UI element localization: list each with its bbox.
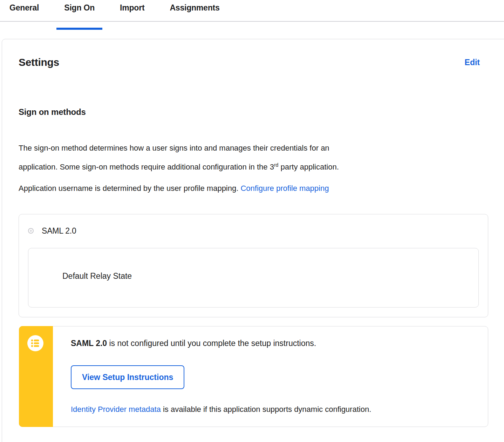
bulleted-list-icon xyxy=(27,335,43,351)
saml-radio-button[interactable] xyxy=(29,229,33,233)
saml-radio-row: SAML 2.0 xyxy=(28,226,479,236)
settings-card: Settings Edit Sign on methods The sign-o… xyxy=(2,39,504,442)
description-line-2: application. Some sign-on methods requir… xyxy=(19,157,488,175)
ordinal-superscript: rd xyxy=(274,162,278,168)
saml-warning-callout: SAML 2.0 is not configured until you com… xyxy=(19,326,488,427)
tab-bar: General Sign On Import Assignments xyxy=(0,0,504,22)
configure-profile-mapping-link[interactable]: Configure profile mapping xyxy=(240,184,329,193)
tab-sign-on-label: Sign On xyxy=(64,3,95,12)
warning-message-bold: SAML 2.0 xyxy=(71,339,107,348)
tab-import-label: Import xyxy=(120,3,144,12)
settings-card-header: Settings Edit xyxy=(19,56,480,69)
description-line-1: The sign-on method determines how a user… xyxy=(19,139,488,157)
tab-import[interactable]: Import xyxy=(112,0,152,21)
view-setup-instructions-button[interactable]: View Setup Instructions xyxy=(71,365,184,389)
default-relay-state-box: Default Relay State xyxy=(28,248,479,308)
tab-assignments-label: Assignments xyxy=(170,3,219,12)
warning-message: SAML 2.0 is not configured until you com… xyxy=(71,338,474,349)
page-title: Settings xyxy=(19,56,59,69)
identity-provider-metadata-link[interactable]: Identity Provider metadata xyxy=(71,405,161,414)
username-note: Application username is determined by th… xyxy=(19,183,488,194)
edit-button[interactable]: Edit xyxy=(465,58,480,67)
saml-radio-label: SAML 2.0 xyxy=(42,226,76,236)
default-relay-state-label: Default Relay State xyxy=(62,271,132,281)
tab-general[interactable]: General xyxy=(2,0,47,21)
warning-accent-strip xyxy=(19,326,53,427)
tab-sign-on[interactable]: Sign On xyxy=(56,0,102,21)
tab-assignments[interactable]: Assignments xyxy=(162,0,227,21)
metadata-note: Identity Provider metadata is available … xyxy=(71,404,474,415)
tab-general-label: General xyxy=(9,3,39,12)
sign-on-methods-section: Sign on methods The sign-on method deter… xyxy=(19,106,488,427)
sign-on-description: The sign-on method determines how a user… xyxy=(19,139,488,175)
saml-method-box: SAML 2.0 Default Relay State xyxy=(19,214,488,317)
section-heading: Sign on methods xyxy=(19,106,488,118)
warning-content: SAML 2.0 is not configured until you com… xyxy=(71,326,488,427)
